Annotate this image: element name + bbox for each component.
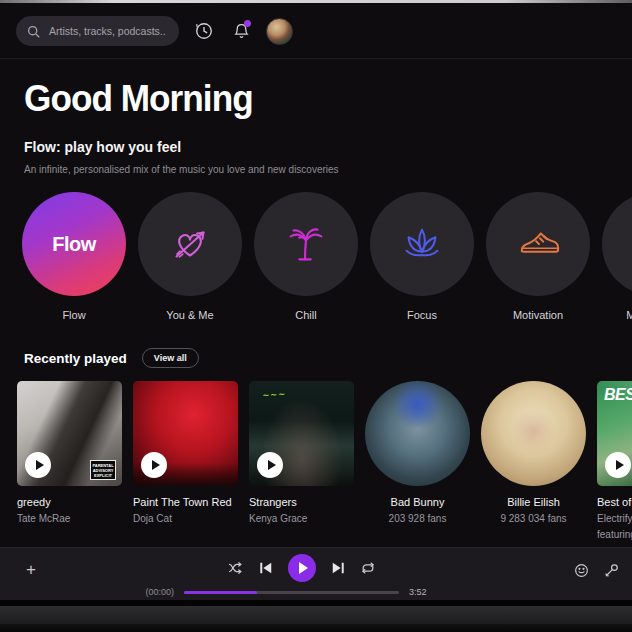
flow-button[interactable]: Flow: [22, 192, 126, 296]
art-graffiti: ~~~: [263, 388, 287, 401]
repeat-icon: [360, 561, 376, 575]
player-right-controls: [574, 563, 619, 578]
play-button[interactable]: [257, 452, 283, 478]
play-icon: [268, 460, 276, 470]
progress-section: (00:00) 3:52: [0, 587, 602, 597]
equalizer-icon: [574, 563, 589, 578]
album-art: ~~~: [249, 381, 354, 486]
mood-label: Melancholy: [602, 309, 632, 321]
page-title: Good Morning: [24, 78, 602, 120]
play-icon: [616, 460, 624, 470]
flow-section-title: Flow: play how you feel: [24, 139, 632, 155]
mood-label: Flow: [22, 309, 126, 321]
album-art: [133, 381, 238, 486]
sneaker-icon: [515, 221, 561, 267]
card-title: Best of: [597, 496, 632, 508]
audio-quality-button[interactable]: [574, 563, 589, 578]
device-bezel-bottom: [0, 600, 632, 632]
recently-played-row: PARENTAL ADVISORY EXPLICIT CONTENT greed…: [17, 381, 632, 540]
mood-flow[interactable]: Flow Flow: [22, 192, 126, 321]
shuffle-icon: [228, 561, 244, 575]
play-icon: [152, 460, 160, 470]
previous-icon: [259, 561, 273, 575]
card-paint-the-town-red[interactable]: Paint The Town Red Doja Cat: [133, 381, 238, 540]
mood-chill[interactable]: Chill: [254, 192, 358, 321]
lotus-icon: [399, 221, 445, 267]
mood-motivation[interactable]: Motivation: [486, 192, 590, 321]
mood-you-and-me[interactable]: You & Me: [138, 192, 242, 321]
shuffle-button[interactable]: [228, 561, 244, 575]
artist-photo: [481, 381, 586, 486]
card-subtitle: featuring: [597, 529, 632, 540]
play-icon: [36, 460, 44, 470]
play-icon: [299, 562, 308, 574]
top-bar: [0, 3, 632, 59]
notification-dot: [244, 20, 251, 27]
next-button[interactable]: [331, 561, 345, 575]
card-subtitle: 9 283 034 fans: [481, 513, 586, 524]
flow-section-subtitle: An infinite, personalised mix of the mus…: [24, 164, 632, 175]
device-bezel-top: [0, 0, 632, 3]
mood-melancholy[interactable]: Melancholy: [602, 192, 632, 321]
card-subtitle: Doja Cat: [133, 513, 238, 524]
play-pause-button[interactable]: [288, 554, 316, 582]
previous-button[interactable]: [259, 561, 273, 575]
card-title: Bad Bunny: [365, 496, 470, 508]
progress-bar[interactable]: [184, 591, 399, 594]
card-billie-eilish[interactable]: Billie Eilish 9 283 034 fans: [481, 381, 586, 540]
card-subtitle: Electrifying: [597, 513, 632, 524]
lyrics-button[interactable]: [604, 563, 619, 578]
recently-played-header: Recently played View all: [24, 348, 632, 368]
art-title-text: BEST: [604, 386, 632, 404]
play-button[interactable]: [605, 452, 631, 478]
search-input[interactable]: [47, 24, 168, 38]
play-button[interactable]: [141, 452, 167, 478]
mood-label: Focus: [370, 309, 474, 321]
card-strangers[interactable]: ~~~ Strangers Kenya Grace: [249, 381, 354, 540]
album-art: PARENTAL ADVISORY EXPLICIT CONTENT: [17, 381, 122, 486]
player-bar: +: [0, 547, 632, 600]
history-button[interactable]: [192, 19, 216, 43]
card-title: Strangers: [249, 496, 354, 508]
card-best-of[interactable]: BEST Best of Electrifying featuring: [597, 381, 632, 540]
app-window: Good Morning Flow: play how you feel An …: [0, 3, 632, 600]
card-title: Billie Eilish: [481, 496, 586, 508]
history-icon: [194, 21, 214, 41]
repeat-button[interactable]: [360, 561, 376, 575]
play-button[interactable]: [25, 452, 51, 478]
search-icon: [27, 25, 40, 38]
card-subtitle: Tate McRae: [17, 513, 122, 524]
mood-row: Flow Flow You & Me: [22, 192, 632, 321]
card-greedy[interactable]: PARENTAL ADVISORY EXPLICIT CONTENT greed…: [17, 381, 122, 540]
notifications-button[interactable]: [229, 19, 253, 43]
album-art: BEST: [597, 381, 632, 486]
card-subtitle: 203 928 fans: [365, 513, 470, 524]
mood-label: Chill: [254, 309, 358, 321]
microphone-icon: [604, 563, 619, 578]
total-time: 3:52: [409, 587, 427, 597]
card-title: Paint The Town Red: [133, 496, 238, 508]
parental-advisory-label: PARENTAL ADVISORY EXPLICIT CONTENT: [90, 460, 116, 480]
card-subtitle: Kenya Grace: [249, 513, 354, 524]
flow-button-label: Flow: [52, 233, 96, 256]
mood-label: Motivation: [486, 309, 590, 321]
view-all-button[interactable]: View all: [142, 348, 199, 368]
heart-arrow-icon: [167, 221, 213, 267]
palm-tree-icon: [283, 221, 329, 267]
progress-fill: [184, 591, 257, 594]
next-icon: [331, 561, 345, 575]
elapsed-time: (00:00): [145, 587, 174, 597]
artist-photo: [365, 381, 470, 486]
recently-played-title: Recently played: [24, 351, 127, 366]
user-avatar[interactable]: [266, 18, 293, 45]
card-bad-bunny[interactable]: Bad Bunny 203 928 fans: [365, 381, 470, 540]
mood-focus[interactable]: Focus: [370, 192, 474, 321]
mood-label: You & Me: [138, 309, 242, 321]
search-bar[interactable]: [16, 16, 179, 46]
player-controls: [0, 548, 618, 582]
card-title: greedy: [17, 496, 122, 508]
